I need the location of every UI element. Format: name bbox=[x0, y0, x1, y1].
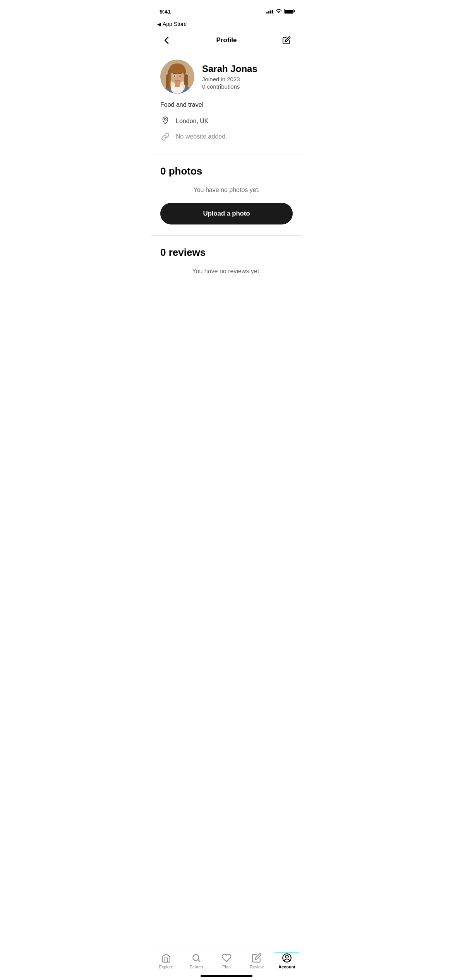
profile-details: London, UK No website added. bbox=[160, 116, 293, 142]
photos-section: 0 photos You have no photos yet. Upload … bbox=[151, 158, 302, 232]
upload-photo-button[interactable]: Upload a photo bbox=[160, 203, 293, 224]
svg-point-10 bbox=[170, 63, 185, 74]
profile-contributions: 0 contributions bbox=[202, 83, 293, 90]
content-scroll: Sarah Jonas Joined in 2023 0 contributio… bbox=[151, 53, 302, 331]
photos-empty-message: You have no photos yet. bbox=[160, 187, 293, 194]
website-text: No website added. bbox=[176, 133, 227, 140]
profile-info: Sarah Jonas Joined in 2023 0 contributio… bbox=[202, 63, 293, 90]
edit-icon bbox=[282, 36, 291, 45]
edit-button[interactable] bbox=[280, 33, 293, 47]
photos-title: 0 photos bbox=[160, 165, 293, 177]
status-icons bbox=[266, 9, 293, 14]
svg-point-14 bbox=[174, 75, 175, 77]
nav-header: Profile bbox=[151, 30, 302, 53]
avatar-image bbox=[160, 60, 194, 94]
reviews-section: 0 reviews You have no reviews yet. bbox=[151, 239, 302, 292]
link-icon bbox=[160, 132, 170, 142]
profile-joined: Joined in 2023 bbox=[202, 76, 293, 82]
svg-rect-11 bbox=[175, 81, 180, 87]
location-icon bbox=[160, 116, 170, 126]
reviews-title: 0 reviews bbox=[160, 247, 293, 259]
divider-1 bbox=[151, 154, 302, 154]
reviews-empty-message: You have no reviews yet. bbox=[160, 268, 293, 275]
profile-header: Sarah Jonas Joined in 2023 0 contributio… bbox=[160, 60, 293, 94]
app-store-label: App Store bbox=[163, 21, 187, 27]
profile-bio: Food and travel bbox=[160, 101, 293, 108]
svg-point-16 bbox=[165, 118, 166, 120]
app-store-nav[interactable]: ◀ App Store bbox=[151, 19, 302, 30]
page-title: Profile bbox=[216, 36, 237, 44]
battery-icon bbox=[284, 9, 293, 14]
svg-rect-8 bbox=[184, 74, 188, 86]
divider-2 bbox=[151, 235, 302, 236]
app-store-back-arrow: ◀ bbox=[157, 21, 161, 27]
location-text: London, UK bbox=[176, 118, 209, 125]
back-button[interactable] bbox=[160, 33, 173, 47]
status-bar: 9:41 bbox=[151, 0, 302, 19]
profile-section: Sarah Jonas Joined in 2023 0 contributio… bbox=[151, 53, 302, 151]
signal-icon bbox=[266, 9, 273, 14]
avatar bbox=[160, 60, 194, 94]
profile-name: Sarah Jonas bbox=[202, 63, 293, 74]
svg-point-15 bbox=[179, 75, 181, 77]
location-item: London, UK bbox=[160, 116, 293, 126]
website-item: No website added. bbox=[160, 132, 293, 142]
back-chevron-icon bbox=[164, 36, 169, 44]
status-time: 9:41 bbox=[160, 8, 171, 15]
wifi-icon bbox=[276, 9, 282, 14]
